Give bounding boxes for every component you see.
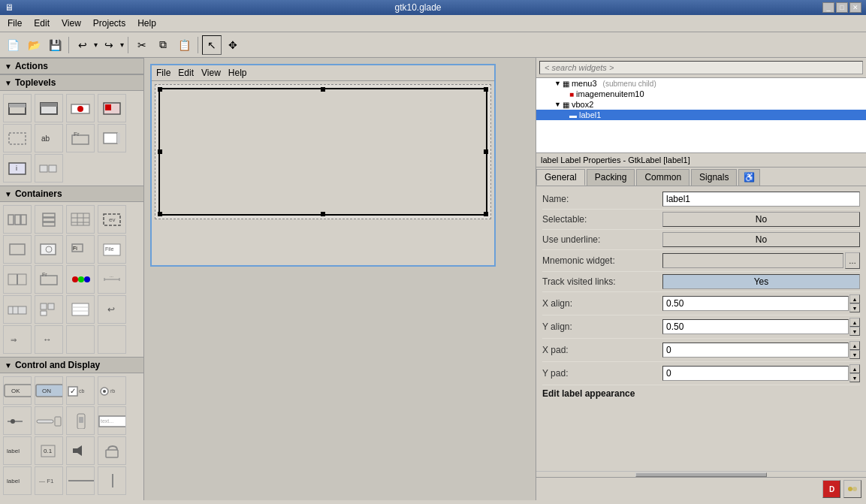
widget-button[interactable]: OK [3, 376, 32, 405]
tab-signals[interactable]: Signals [691, 169, 737, 186]
widget-fixed[interactable] [3, 124, 32, 152]
widget-scrollwin[interactable] [98, 124, 126, 152]
widget-toggle[interactable]: ON [35, 376, 63, 405]
new-button[interactable]: 📄 [3, 35, 23, 55]
canvas-inner-window[interactable] [158, 88, 487, 216]
tree-row-menu3[interactable]: ▼ ▦ menu3 (submenu child) [536, 78, 866, 89]
widget-volbtn[interactable] [66, 436, 95, 465]
widget-frame[interactable]: Fr [66, 124, 95, 152]
widget-more2[interactable]: ⇒ [3, 325, 32, 354]
yalign-input[interactable] [662, 319, 849, 334]
widget-filesel[interactable]: File [98, 235, 126, 264]
widget-vsep[interactable] [98, 466, 126, 495]
glade-canvas[interactable]: File Edit View Help [150, 64, 496, 267]
ypad-input[interactable] [662, 366, 849, 381]
track-links-button[interactable]: Yes [662, 274, 860, 289]
menu-file[interactable]: File [3, 17, 26, 30]
widget-window[interactable] [3, 94, 32, 122]
yalign-up[interactable]: ▲ [849, 318, 860, 327]
widget-dialog[interactable] [35, 94, 63, 122]
mnemonic-input[interactable] [662, 253, 843, 268]
maximize-button[interactable]: □ [836, 2, 848, 13]
widget-treeview[interactable] [66, 295, 95, 324]
section-header-actions[interactable]: ▼ Actions [0, 58, 143, 74]
widget-iconview[interactable] [35, 295, 63, 324]
section-header-toplevels[interactable]: ▼ Toplevels [0, 74, 143, 91]
widget-label[interactable]: ab [35, 124, 63, 152]
ypad-up[interactable]: ▲ [849, 364, 860, 373]
copy-button[interactable]: ⧉ [153, 35, 173, 55]
move-tool-button[interactable]: ✥ [223, 35, 243, 55]
widget-more[interactable]: ↩ [98, 295, 126, 324]
search-input[interactable] [539, 61, 863, 74]
close-button[interactable]: ✕ [849, 2, 861, 13]
widget-adj[interactable]: 0.1 [35, 436, 63, 465]
widget-vbox[interactable] [35, 205, 63, 234]
canvas-menu-view[interactable]: View [201, 68, 221, 78]
section-header-control[interactable]: ▼ Control and Display [0, 357, 143, 373]
widget-fixed2[interactable]: Fi [66, 235, 95, 264]
widget-align[interactable] [3, 235, 32, 264]
undo-button[interactable]: ↩ [73, 35, 92, 55]
widget-tree[interactable]: ▼ ▦ menu3 (submenu child) ■ imagemenuite… [536, 78, 866, 153]
widget-scale[interactable] [35, 406, 63, 435]
menu-edit[interactable]: Edit [29, 17, 54, 30]
tree-expand-menu3[interactable]: ▼ [554, 80, 561, 87]
menu-help[interactable]: Help [133, 17, 161, 30]
menu-view[interactable]: View [57, 17, 86, 30]
widget-input[interactable] [66, 94, 95, 122]
widget-about[interactable]: i [3, 154, 32, 183]
tree-row-label1[interactable]: ▬ label1 [536, 110, 866, 120]
xpad-up[interactable]: ▲ [849, 341, 860, 350]
widget-toolbar2[interactable] [3, 295, 32, 324]
tab-accessibility[interactable]: ♿ [738, 169, 760, 186]
widget-label3[interactable]: label [3, 436, 32, 465]
widget-lock[interactable] [98, 436, 126, 465]
widget-label4[interactable]: label [3, 466, 32, 495]
palette-button[interactable] [843, 480, 861, 498]
yalign-down[interactable]: ▼ [849, 327, 860, 336]
ypad-down[interactable]: ▼ [849, 373, 860, 382]
canvas-menu-file[interactable]: File [156, 68, 170, 78]
widget-colorsel[interactable] [98, 94, 126, 122]
widget-checkbox[interactable]: ✓cb [66, 376, 95, 405]
tree-row-vbox2[interactable]: ▼ ▦ vbox2 [536, 99, 866, 110]
undo-dropdown[interactable]: ▾ [94, 41, 98, 49]
widget-more3[interactable]: ↔ [35, 325, 63, 354]
widget-more5[interactable] [98, 325, 126, 354]
paste-button[interactable]: 📋 [174, 35, 194, 55]
open-button[interactable]: 📂 [24, 35, 44, 55]
tab-common[interactable]: Common [636, 169, 689, 186]
xpad-input[interactable] [662, 343, 849, 358]
xalign-input[interactable] [662, 296, 849, 311]
xalign-down[interactable]: ▼ [849, 303, 860, 312]
xalign-up[interactable]: ▲ [849, 294, 860, 303]
widget-icons[interactable] [66, 265, 95, 294]
select-tool-button[interactable]: ↖ [202, 35, 222, 55]
widget-spinner2[interactable] [3, 406, 32, 435]
redo-dropdown[interactable]: ▾ [120, 41, 124, 49]
name-input[interactable] [662, 192, 860, 207]
widget-hpane[interactable] [3, 265, 32, 294]
widget-hbbox[interactable] [35, 154, 63, 183]
xpad-down[interactable]: ▼ [849, 350, 860, 359]
widget-viewport[interactable] [35, 235, 63, 264]
underline-button[interactable]: No [662, 232, 860, 247]
widget-hbox[interactable] [3, 205, 32, 234]
diagnostics-button[interactable]: D [822, 480, 840, 498]
canvas-menu-help[interactable]: Help [228, 68, 247, 78]
selectable-button[interactable]: No [662, 212, 860, 227]
tab-general[interactable]: General [536, 169, 585, 186]
mnemonic-browse-button[interactable]: … [845, 252, 860, 269]
widget-sizes[interactable]: ··· [98, 265, 126, 294]
canvas-menu-edit[interactable]: Edit [178, 68, 194, 78]
section-header-containers[interactable]: ▼ Containers [0, 186, 143, 202]
widget-hsep[interactable] [66, 466, 95, 495]
menu-projects[interactable]: Projects [89, 17, 130, 30]
horizontal-scrollbar-thumb[interactable] [635, 472, 768, 477]
widget-adj2[interactable]: — F1 [35, 466, 63, 495]
minimize-button[interactable]: _ [822, 2, 834, 13]
tree-expand-vbox2[interactable]: ▼ [554, 101, 561, 108]
tab-packing[interactable]: Packing [587, 169, 635, 186]
widget-frame2[interactable]: Fr [35, 265, 63, 294]
